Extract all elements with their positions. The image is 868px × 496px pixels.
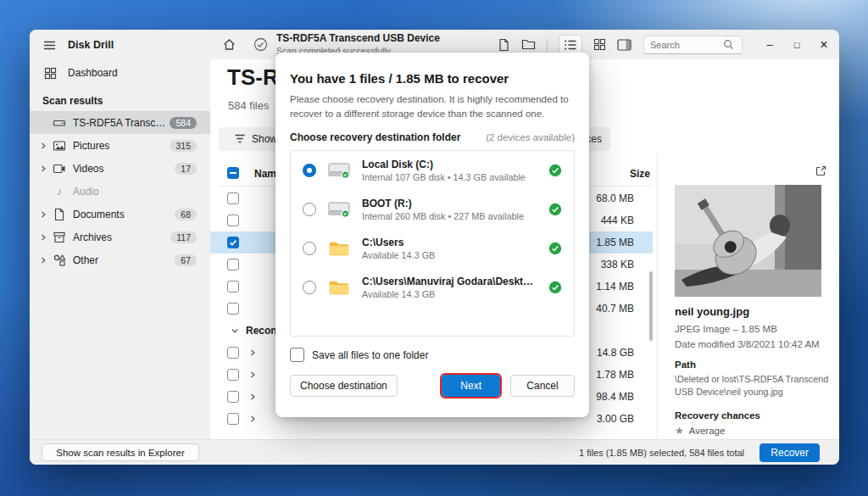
row-checkbox[interactable] — [227, 369, 239, 381]
sidebar-item-documents[interactable]: Documents 68 — [30, 203, 210, 226]
file-size: 14.8 GB — [597, 347, 634, 359]
row-checkbox[interactable] — [227, 303, 239, 315]
preview-filename: neil young.jpg — [675, 305, 749, 318]
row-checkbox[interactable] — [227, 215, 239, 226]
select-all-checkbox[interactable] — [227, 167, 239, 179]
destination-option-desktop[interactable]: C:\Users\Manuviraj Godara\Desktop Availa… — [291, 268, 574, 307]
sidebar-item-videos[interactable]: Videos 17 — [30, 157, 210, 180]
chevron-right-icon[interactable] — [248, 393, 257, 401]
sidebar-header: Disk Drill — [30, 30, 210, 60]
cancel-button[interactable]: Cancel — [510, 375, 575, 397]
destination-option-local-disk[interactable]: Local Disk (C:) Internal 107 GB disk • 1… — [291, 151, 574, 190]
destination-detail: Available 14.3 GB — [362, 250, 535, 260]
chevron-right-icon[interactable] — [36, 210, 50, 219]
chevron-down-icon[interactable] — [231, 326, 239, 335]
chevron-right-icon[interactable] — [36, 164, 50, 173]
file-size: 1.78 MB — [596, 369, 634, 381]
preview-image — [675, 185, 821, 297]
destination-detail: Internal 260 MB disk • 227 MB available — [362, 211, 535, 221]
sidebar-item-dashboard[interactable]: Dashboard — [30, 60, 210, 86]
destination-name: C:\Users\Manuviraj Godara\Desktop — [362, 276, 535, 287]
folder-icon — [326, 240, 352, 258]
save-all-label: Save all files to one folder — [312, 349, 428, 361]
sidebar-item-label: Other — [73, 254, 175, 266]
chevron-right-icon[interactable] — [248, 371, 257, 379]
list-view-button[interactable] — [559, 35, 582, 55]
devices-available-note: (2 devices available) — [486, 132, 575, 142]
sidebar-item-audio[interactable]: ♪ Audio — [30, 180, 210, 203]
sidebar: Disk Drill Dashboard Scan results TS-RDF… — [30, 30, 210, 439]
minimize-button[interactable]: – — [756, 30, 783, 59]
radio-unselected[interactable] — [303, 242, 316, 255]
recover-button[interactable]: Recover — [760, 443, 820, 462]
radio-selected[interactable] — [303, 164, 316, 177]
grid-view-button[interactable] — [593, 38, 606, 51]
close-button[interactable]: × — [810, 30, 837, 59]
document-icon — [50, 208, 69, 221]
video-icon — [50, 162, 69, 176]
count-badge: 17 — [175, 163, 197, 175]
app-title: Disk Drill — [68, 39, 114, 51]
folder-icon — [326, 279, 352, 297]
chevron-right-icon[interactable] — [36, 233, 50, 242]
chevron-right-icon[interactable] — [248, 348, 257, 357]
destination-text: C:\Users Available 14.3 GB — [362, 237, 535, 260]
row-checkbox[interactable] — [227, 192, 239, 204]
search-icon — [723, 39, 734, 50]
chevron-right-icon[interactable] — [248, 415, 257, 423]
session-file-icon[interactable] — [498, 38, 510, 52]
search-box[interactable] — [643, 36, 743, 54]
dashboard-icon — [44, 67, 57, 80]
show-in-explorer-button[interactable]: Show scan results in Explorer — [42, 443, 199, 461]
chevron-right-icon[interactable] — [36, 256, 50, 265]
recovery-chances-value: ★ Average — [675, 425, 725, 437]
save-all-checkbox[interactable] — [290, 348, 304, 362]
sidebar-item-device[interactable]: TS-RDF5A Transcend US... 584 — [30, 111, 210, 134]
show-filter-button[interactable]: Show — [234, 133, 277, 145]
destination-option-boot[interactable]: BOOT (R:) Internal 260 MB disk • 227 MB … — [291, 190, 574, 229]
row-checkbox[interactable] — [227, 391, 239, 403]
path-value: \Deleted or lost\TS-RDF5A Transcend USB … — [675, 373, 831, 398]
search-input[interactable] — [650, 40, 723, 50]
row-checkbox[interactable] — [227, 347, 239, 359]
destination-option-users[interactable]: C:\Users Available 14.3 GB — [291, 229, 574, 268]
radio-unselected[interactable] — [303, 203, 316, 216]
row-checkbox[interactable] — [227, 281, 239, 293]
open-folder-icon[interactable] — [521, 38, 536, 51]
destination-section-header: Choose recovery destination folder (2 de… — [290, 131, 575, 143]
choose-destination-button[interactable]: Choose destination — [290, 375, 398, 397]
dialog-title: You have 1 files / 1.85 MB to recover — [290, 71, 575, 86]
preview-panel-toggle-icon[interactable] — [617, 39, 632, 51]
maximize-button[interactable]: □ — [783, 30, 810, 59]
chevron-right-icon[interactable] — [36, 142, 50, 150]
archive-icon — [50, 231, 69, 244]
hamburger-menu-icon[interactable] — [42, 38, 57, 53]
sidebar-item-pictures[interactable]: Pictures 315 — [30, 134, 210, 157]
next-button[interactable]: Next — [442, 375, 500, 397]
toolbar-divider — [547, 38, 548, 52]
sidebar-item-archives[interactable]: Archives 117 — [30, 226, 210, 248]
sidebar-item-other[interactable]: Other 67 — [30, 248, 210, 271]
radio-unselected[interactable] — [303, 281, 316, 294]
destination-name: C:\Users — [362, 237, 535, 248]
dialog-buttons: Choose destination Next Cancel — [290, 375, 575, 397]
count-badge: 315 — [170, 140, 197, 152]
status-bar: Show scan results in Explorer 1 files (1… — [30, 439, 839, 465]
sidebar-item-label: Archives — [73, 231, 170, 243]
row-checkbox-checked[interactable] — [227, 237, 239, 248]
green-check-icon — [548, 164, 562, 177]
row-checkbox[interactable] — [227, 259, 239, 270]
row-checkbox[interactable] — [227, 413, 239, 425]
count-badge: 67 — [175, 254, 197, 266]
dashboard-label: Dashboard — [68, 67, 118, 79]
internal-drive-icon — [326, 201, 352, 218]
table-scrollbar[interactable] — [649, 271, 653, 341]
destination-name: Local Disk (C:) — [362, 159, 535, 170]
file-size: 1.14 MB — [596, 281, 634, 293]
save-all-row: Save all files to one folder — [290, 348, 575, 362]
device-title: TS-RDF5A Transcend USB Device — [276, 33, 440, 45]
destination-detail: Available 14.3 GB — [362, 289, 535, 299]
column-header-size[interactable]: Size — [630, 168, 650, 180]
home-icon[interactable] — [222, 37, 236, 52]
open-preview-external-icon[interactable] — [815, 164, 827, 177]
